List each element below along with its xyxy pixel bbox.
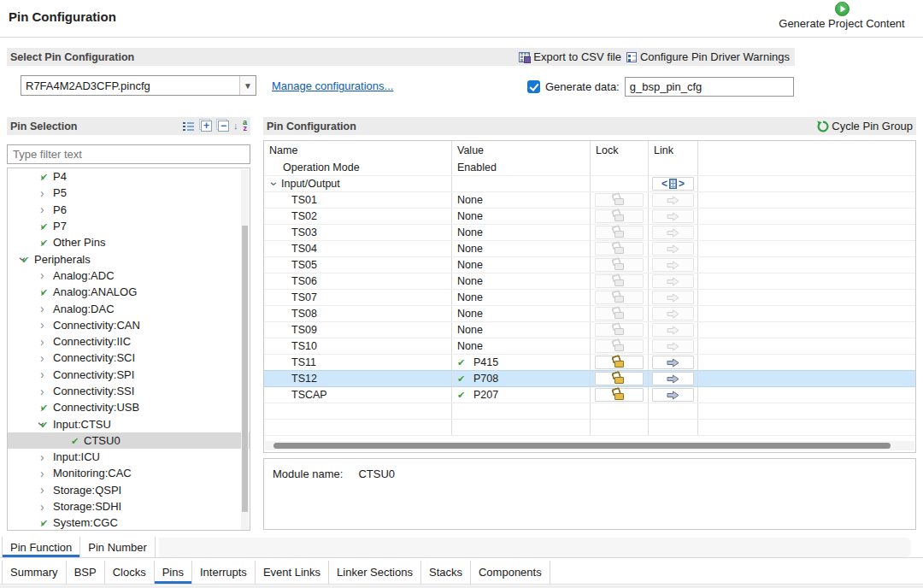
tab-clocks[interactable]: Clocks	[105, 561, 155, 584]
checkmark-icon	[457, 356, 470, 368]
tree-item-storage-sdhi[interactable]: Storage:SDHI	[8, 498, 250, 514]
tree-item-analog-analog[interactable]: Analog:ANALOG	[8, 284, 250, 300]
generate-project-content-button[interactable]: Generate Project Content	[762, 2, 921, 36]
table-row[interactable]: TS01 None	[264, 192, 915, 209]
column-header-name[interactable]: Name	[264, 141, 452, 160]
lock-button[interactable]	[595, 323, 644, 337]
tree-item-monitoring-cac[interactable]: Monitoring:CAC	[8, 465, 250, 481]
generate-data-checkbox[interactable]	[527, 80, 540, 93]
tree-scrollbar[interactable]	[241, 169, 249, 531]
chevron-down-icon[interactable]	[267, 177, 281, 191]
table-row[interactable]: TS06 None	[264, 273, 915, 290]
lock-button[interactable]	[595, 372, 644, 385]
link-button[interactable]	[652, 193, 693, 207]
tab-bsp[interactable]: BSP	[67, 561, 105, 584]
tab-event-links[interactable]: Event Links	[256, 561, 329, 584]
link-button[interactable]	[652, 291, 693, 304]
tree-item-connectivity-can[interactable]: Connectivity:CAN	[8, 317, 250, 333]
table-row[interactable]: TS08 None	[264, 306, 915, 322]
tree-item-system-cgc[interactable]: System:CGC	[8, 514, 250, 531]
collapse-all-icon[interactable]	[218, 121, 229, 132]
expand-all-icon[interactable]	[201, 121, 212, 132]
pin-configuration-table: Name Value Lock Link Operation Mode Enab…	[263, 140, 916, 453]
tree-item-connectivity-iic[interactable]: Connectivity:IIC	[8, 333, 250, 350]
generate-data-input[interactable]	[625, 77, 794, 97]
list-filter-icon[interactable]	[183, 121, 195, 132]
table-row[interactable]: TS10 None	[264, 338, 915, 355]
link-button[interactable]	[652, 323, 693, 337]
link-button[interactable]	[652, 258, 693, 272]
tab-linker-sections[interactable]: Linker Sections	[329, 561, 421, 584]
table-scrollbar-thumb[interactable]	[273, 443, 891, 449]
lock-button[interactable]	[595, 307, 644, 320]
table-row[interactable]: TS09 None	[264, 322, 915, 338]
filter-input[interactable]	[7, 144, 250, 164]
tab-stacks[interactable]: Stacks	[421, 561, 471, 584]
tree-item-analog-dac[interactable]: Analog:DAC	[8, 300, 250, 316]
link-button[interactable]	[652, 339, 693, 353]
tab-interrupts[interactable]: Interrupts	[192, 561, 256, 584]
table-row[interactable]: TS05 None	[264, 257, 915, 273]
tab-summary[interactable]: Summary	[2, 561, 67, 584]
cycle-pin-group-button[interactable]: Cycle Pin Group	[817, 120, 913, 132]
tab-pin-function[interactable]: Pin Function	[2, 537, 80, 557]
table-row[interactable]: TS07 None	[264, 290, 915, 306]
tab-pins[interactable]: Pins	[155, 561, 192, 584]
column-header-link[interactable]: Link	[649, 141, 698, 160]
link-button[interactable]	[652, 372, 693, 385]
io-link-button[interactable]: <>	[652, 177, 693, 191]
export-csv-button[interactable]: Export to CSV file	[519, 50, 621, 63]
tree-item-connectivity-spi[interactable]: Connectivity:SPI	[8, 367, 250, 383]
table-row[interactable]: Operation Mode Enabled	[264, 160, 915, 176]
table-row[interactable]: TSCAP P207	[264, 387, 915, 403]
table-row-selected[interactable]: TS12 P708	[264, 370, 915, 387]
tree-item-input-icu[interactable]: Input:ICU	[8, 449, 250, 465]
pin-configuration-select[interactable]: R7FA4M2AD3CFP.pincfg ▼	[21, 75, 256, 96]
table-row[interactable]: TS02 None	[264, 209, 915, 225]
lock-button[interactable]	[595, 274, 644, 288]
tree-item-connectivity-sci[interactable]: Connectivity:SCI	[8, 350, 250, 366]
table-row[interactable]: TS04 None	[264, 241, 915, 257]
tree-scrollbar-thumb[interactable]	[242, 226, 248, 512]
lock-button[interactable]	[595, 209, 644, 223]
lock-button[interactable]	[595, 388, 644, 402]
link-button[interactable]	[652, 242, 693, 256]
tab-components[interactable]: Components	[471, 561, 550, 584]
tree-item-peripherals[interactable]: Peripherals	[8, 250, 250, 267]
lock-button[interactable]	[595, 291, 644, 304]
column-header-value[interactable]: Value	[452, 141, 591, 160]
tree-item-connectivity-ssi[interactable]: Connectivity:SSI	[8, 383, 250, 399]
sort-az-icon[interactable]: az	[235, 121, 247, 132]
lock-button[interactable]	[595, 242, 644, 256]
configure-pin-driver-warnings-button[interactable]: Configure Pin Driver Warnings	[626, 50, 790, 63]
lock-button[interactable]	[595, 258, 644, 272]
lock-button[interactable]	[595, 193, 644, 207]
column-header-lock[interactable]: Lock	[591, 141, 649, 160]
link-button[interactable]	[652, 274, 693, 288]
table-row[interactable]: Input/Output <>	[264, 176, 915, 192]
link-button[interactable]	[652, 356, 693, 369]
manage-configurations-link[interactable]: Manage configurations...	[272, 79, 393, 92]
tree-item-p4[interactable]: P4	[8, 168, 250, 185]
link-button[interactable]	[652, 209, 693, 223]
lock-button[interactable]	[595, 356, 644, 369]
chevron-down-icon[interactable]: ▼	[239, 76, 256, 95]
tree-item-p7[interactable]: P7	[8, 218, 250, 234]
tree-item-ctsu0[interactable]: CTSU0	[8, 432, 250, 449]
table-row[interactable]: TS11 P415	[264, 355, 915, 371]
tab-pin-number[interactable]: Pin Number	[80, 537, 156, 557]
tree-item-connectivity-usb[interactable]: Connectivity:USB	[8, 399, 250, 415]
lock-button[interactable]	[595, 226, 644, 239]
link-button[interactable]	[652, 226, 693, 239]
tree-item-storage-qspi[interactable]: Storage:QSPI	[8, 482, 250, 498]
link-button[interactable]	[652, 307, 693, 320]
table-horizontal-scrollbar[interactable]	[265, 441, 914, 450]
table-row[interactable]: TS03 None	[264, 225, 915, 241]
tree-item-p5[interactable]: P5	[8, 185, 250, 201]
tree-item-input-ctsu[interactable]: Input:CTSU	[8, 415, 250, 432]
link-button[interactable]	[652, 388, 693, 402]
tree-item-p6[interactable]: P6	[8, 202, 250, 218]
tree-item-analog-adc[interactable]: Analog:ADC	[8, 268, 250, 284]
tree-item-other-pins[interactable]: Other Pins	[8, 234, 250, 250]
lock-button[interactable]	[595, 339, 644, 353]
